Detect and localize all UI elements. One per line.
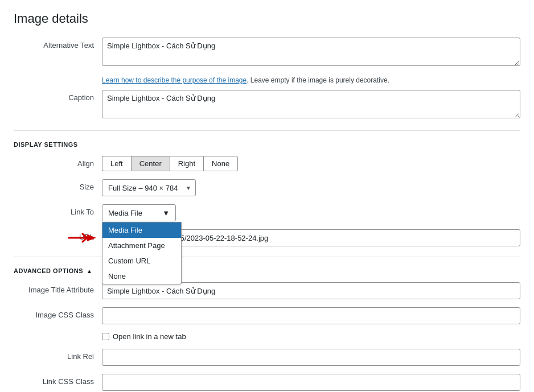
- advanced-options-toggle[interactable]: ADVANCED OPTIONS ▲: [14, 267, 520, 274]
- link-rel-label: Link Rel: [14, 349, 102, 361]
- align-right-button[interactable]: Right: [170, 156, 203, 171]
- svg-marker-0: [87, 234, 96, 241]
- divider-advanced: [14, 257, 520, 257]
- title-attr-row: Image Title Attribute: [14, 282, 520, 299]
- arrow-indicator: [68, 231, 96, 245]
- link-to-option-custom-url[interactable]: Custom URL: [102, 253, 181, 269]
- link-to-option-media-file[interactable]: Media File: [102, 222, 181, 238]
- size-label: Size: [14, 179, 102, 191]
- alt-text-help-text: . Leave empty if the image is purely dec…: [247, 76, 389, 84]
- align-buttons-group: Left Center Right None: [102, 156, 520, 171]
- css-class-input[interactable]: [102, 307, 520, 324]
- divider-display: [14, 130, 520, 131]
- css-class-row: Image CSS Class: [14, 307, 520, 324]
- link-css-row: Link CSS Class: [14, 374, 520, 391]
- title-attr-input[interactable]: [102, 282, 520, 299]
- alt-text-help-link[interactable]: Learn how to describe the purpose of the…: [102, 76, 247, 84]
- link-to-dropdown-trigger[interactable]: Media File ▼: [102, 204, 176, 221]
- new-tab-row: Open link in a new tab: [102, 332, 520, 341]
- align-row: Align Left Center Right None: [14, 156, 520, 171]
- css-class-label: Image CSS Class: [14, 307, 102, 319]
- alt-text-input[interactable]: [102, 38, 520, 66]
- link-rel-input[interactable]: [102, 349, 520, 366]
- caption-label: Caption: [14, 90, 102, 102]
- arrow-svg: [68, 231, 96, 245]
- caption-input[interactable]: [102, 90, 520, 118]
- link-css-input[interactable]: [102, 374, 520, 391]
- advanced-options-caret: ▲: [87, 268, 92, 274]
- url-row: URL: [14, 229, 520, 246]
- align-label: Align: [14, 156, 102, 168]
- link-to-dropdown-container: Media File ▼ Media File Attachment Page …: [102, 204, 176, 221]
- page-title: Image details: [14, 11, 520, 26]
- align-center-button[interactable]: Center: [131, 156, 170, 171]
- size-select-wrap: Full Size – 940 × 784 ▼: [102, 179, 196, 196]
- link-rel-row: Link Rel: [14, 349, 520, 366]
- link-css-label: Link CSS Class: [14, 374, 102, 386]
- link-to-label: Link To: [14, 204, 102, 216]
- align-none-button[interactable]: None: [203, 156, 238, 171]
- link-to-selected-value: Media File: [108, 209, 142, 217]
- title-attr-label: Image Title Attribute: [14, 282, 102, 294]
- display-settings-heading: DISPLAY SETTINGS: [14, 141, 520, 148]
- link-to-option-attachment-page[interactable]: Attachment Page: [102, 238, 181, 253]
- size-select[interactable]: Full Size – 940 × 784: [102, 179, 196, 196]
- align-left-button[interactable]: Left: [102, 156, 131, 171]
- new-tab-checkbox[interactable]: [102, 333, 109, 340]
- size-row: Size Full Size – 940 × 784 ▼: [14, 179, 520, 196]
- advanced-options-heading: ADVANCED OPTIONS: [14, 267, 83, 274]
- link-to-row: Link To Media File ▼ Media File Attachme…: [14, 204, 520, 221]
- link-to-dropdown-arrow: ▼: [162, 209, 170, 217]
- new-tab-label: Open link in a new tab: [113, 332, 186, 341]
- alt-text-label: Alternative Text: [14, 38, 102, 49]
- link-to-option-none[interactable]: None: [102, 269, 181, 284]
- link-to-dropdown-menu: Media File Attachment Page Custom URL No…: [102, 222, 182, 284]
